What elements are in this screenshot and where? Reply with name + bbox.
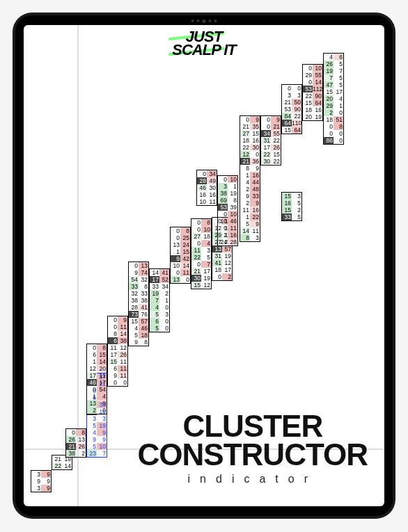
sell-vol: 11: [118, 358, 127, 365]
buy-vol: 0: [108, 379, 118, 386]
price-level-row: 475: [324, 81, 343, 88]
sell-vol: 76: [139, 311, 148, 318]
price-level-row: 39: [31, 471, 51, 478]
cluster-bar: 0802513241159421014011130: [170, 227, 191, 284]
price-level-row: 00: [324, 130, 343, 137]
buy-vol: 6: [87, 351, 97, 358]
price-level-row: 2428: [218, 239, 237, 245]
price-level-row: 518: [129, 332, 148, 339]
price-level-row: 974: [129, 269, 148, 276]
buy-vol: 12: [240, 151, 250, 158]
buy-vol: 3: [31, 485, 41, 492]
buy-vol: 30: [261, 158, 271, 165]
buy-vol: 9: [129, 269, 139, 276]
sell-vol: 14: [118, 330, 127, 337]
price-level-row: 14: [87, 393, 107, 400]
sell-vol: 3: [201, 247, 211, 254]
tablet-frame: JUST SCALP IT 39993921192214082613212638…: [13, 13, 395, 519]
sell-vol: 11: [207, 198, 217, 205]
buy-vol: 15: [108, 358, 118, 365]
buy-vol: 0: [191, 219, 201, 226]
sell-vol: 18: [139, 332, 148, 339]
cluster-body: 0139745432338323338382841737615574465189…: [128, 261, 149, 346]
buy-vol: 6: [108, 365, 118, 372]
title-line1: CLUSTER: [138, 412, 368, 440]
price-level-row: 33: [282, 92, 301, 99]
buy-vol: 9: [108, 372, 118, 379]
buy-vol: 23: [87, 450, 97, 457]
price-level-row: 444: [240, 179, 260, 186]
price-level-row: 2135: [240, 123, 260, 130]
buy-vol: 31: [261, 137, 271, 144]
buy-vol: 0: [171, 227, 180, 234]
price-level-row: 2136: [240, 158, 260, 165]
price-level-row: 698: [218, 197, 237, 204]
cluster-body: 0921352715181622301202136891164442489332…: [240, 115, 260, 242]
sell-vol: 30: [250, 144, 260, 151]
price-level-row: 1441: [150, 269, 169, 276]
sell-vol: 11: [180, 269, 190, 276]
buy-vol: 1: [240, 213, 250, 220]
buy-vol: 13: [171, 241, 180, 248]
buy-vol: 16: [282, 200, 292, 207]
price-level-row: 2230: [240, 144, 260, 151]
price-level-row: 2126: [66, 443, 86, 450]
sell-vol: 33: [250, 193, 260, 200]
price-level-row: 4630: [197, 184, 217, 191]
sell-vol: 4: [201, 240, 211, 247]
buy-vol: 0: [197, 170, 207, 177]
sell-vol: 6: [334, 54, 343, 61]
buy-vol: 29: [303, 72, 313, 79]
buy-vol: 21: [240, 123, 250, 130]
buy-vol: 47: [324, 81, 334, 88]
price-level-row: 519: [87, 422, 107, 429]
price-level-row: 99: [87, 436, 107, 443]
price-level-row: 010: [303, 65, 322, 72]
buy-vol: 69: [218, 197, 228, 204]
sell-vol: 10: [228, 211, 237, 218]
price-level-row: 1324: [171, 241, 190, 248]
price-level-row: 1816: [240, 137, 260, 144]
price-level-row: 1517: [324, 88, 343, 95]
buy-vol: 0: [303, 65, 313, 72]
buy-vol: 17: [108, 351, 118, 358]
cluster-bar: 399939: [31, 470, 52, 492]
price-level-row: 011: [171, 269, 190, 276]
buy-vol: 4: [150, 304, 159, 311]
sell-vol: 3: [292, 193, 301, 200]
buy-vol: 2: [240, 186, 250, 193]
price-level-row: 021: [261, 123, 281, 130]
price-level-row: 1726: [108, 351, 127, 358]
sell-vol: 19: [313, 113, 322, 120]
price-level-row: 1014: [171, 262, 190, 269]
buy-vol: 18: [303, 106, 313, 113]
buy-vol: 15: [129, 318, 139, 325]
price-level-row: 39: [31, 485, 51, 492]
sell-vol: 55: [313, 72, 322, 79]
price-level-row: 83: [240, 234, 260, 241]
buy-vol: 38: [66, 450, 76, 457]
buy-vol: 0: [87, 386, 97, 393]
sell-vol: 5: [334, 81, 343, 88]
price-level-row: 08: [66, 429, 86, 436]
sell-vol: 17: [97, 379, 107, 386]
sell-vol: 55: [271, 130, 281, 137]
cluster-bar: 010313819698533901010460112162428: [217, 175, 238, 246]
sell-vol: 9: [250, 200, 260, 207]
price-level-row: 46: [324, 54, 343, 61]
buy-vol: 0: [191, 261, 201, 268]
price-level-row: 237: [87, 450, 107, 457]
sell-vol: 20: [97, 365, 107, 372]
buy-vol: 18: [324, 116, 334, 123]
buy-vol: 33: [282, 213, 292, 220]
sell-vol: 28: [228, 239, 237, 245]
buy-vol: 19: [324, 67, 334, 74]
cluster-bar: 0826132126382: [65, 428, 86, 458]
cluster-body: 0342849463016161011: [196, 170, 217, 206]
price-level-row: 50: [150, 325, 169, 332]
sell-vol: 41: [139, 304, 148, 311]
price-level-row: 611: [108, 365, 127, 372]
cluster-bar: 0033215053908422641101564: [281, 84, 302, 134]
price-level-row: 2214: [52, 462, 72, 469]
sell-vol: 1: [159, 297, 169, 304]
